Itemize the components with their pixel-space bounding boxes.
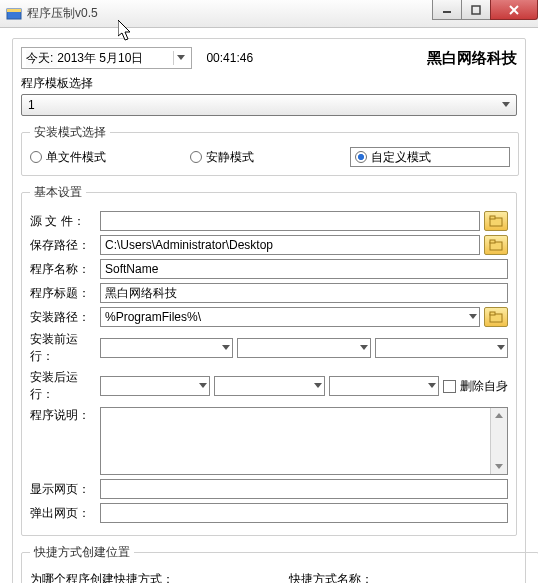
today-label: 今天: bbox=[26, 50, 57, 67]
svg-marker-7 bbox=[502, 102, 510, 107]
before-select-2[interactable] bbox=[237, 338, 370, 358]
scrollbar[interactable] bbox=[490, 408, 507, 474]
svg-marker-12 bbox=[469, 314, 477, 319]
radio-custom[interactable]: 自定义模式 bbox=[350, 147, 510, 167]
name-input[interactable]: SoftName bbox=[100, 259, 508, 279]
show-input[interactable] bbox=[100, 479, 508, 499]
chevron-down-icon bbox=[502, 102, 510, 108]
svg-marker-17 bbox=[497, 345, 505, 350]
svg-rect-11 bbox=[490, 240, 495, 243]
svg-rect-1 bbox=[7, 9, 21, 12]
window-title: 程序压制v0.5 bbox=[27, 5, 98, 22]
chevron-down-icon bbox=[428, 383, 436, 389]
source-input[interactable] bbox=[100, 211, 480, 231]
pop-label: 弹出网页： bbox=[30, 505, 96, 522]
browse-save-button[interactable] bbox=[484, 235, 508, 255]
chevron-down-icon bbox=[497, 345, 505, 351]
before-select-1[interactable] bbox=[100, 338, 233, 358]
chevron-down-icon bbox=[222, 345, 230, 351]
save-label: 保存路径： bbox=[30, 237, 96, 254]
template-label: 程序模板选择 bbox=[21, 75, 517, 92]
after-select-3[interactable] bbox=[329, 376, 439, 396]
path-select[interactable]: %ProgramFiles%\ bbox=[100, 307, 480, 327]
delete-self-label: 删除自身 bbox=[460, 378, 508, 395]
template-value: 1 bbox=[28, 98, 35, 112]
desc-textarea[interactable] bbox=[100, 407, 508, 475]
scroll-down-icon[interactable] bbox=[492, 459, 507, 474]
svg-rect-14 bbox=[490, 312, 495, 315]
after-label: 安装后运行： bbox=[30, 369, 96, 403]
scroll-up-icon[interactable] bbox=[492, 408, 507, 423]
time-value: 00:41:46 bbox=[206, 51, 253, 65]
chevron-down-icon bbox=[469, 314, 477, 320]
title-label: 程序标题： bbox=[30, 285, 96, 302]
shortcut-legend: 快捷方式创建位置 bbox=[30, 544, 134, 561]
source-label: 源 文 件： bbox=[30, 213, 96, 230]
shortcut-group: 快捷方式创建位置 为哪个程序创建快捷方式： 快捷方式名称： SoftName 桌… bbox=[21, 544, 538, 583]
install-mode-legend: 安装模式选择 bbox=[30, 124, 110, 141]
basic-settings-group: 基本设置 源 文 件： 保存路径： C:\Users\Administrator… bbox=[21, 184, 517, 536]
svg-marker-15 bbox=[222, 345, 230, 350]
path-label: 安装路径： bbox=[30, 309, 96, 326]
chevron-down-icon bbox=[360, 345, 368, 351]
browse-source-button[interactable] bbox=[484, 211, 508, 231]
brand-label: 黑白网络科技 bbox=[427, 49, 517, 68]
svg-marker-18 bbox=[199, 383, 207, 388]
svg-marker-19 bbox=[314, 383, 322, 388]
shortcut-for-label: 为哪个程序创建快捷方式： bbox=[30, 571, 271, 583]
dropdown-icon[interactable] bbox=[173, 51, 187, 65]
date-picker[interactable]: 今天: 2013年 5月10日 bbox=[21, 47, 192, 69]
pop-input[interactable] bbox=[100, 503, 508, 523]
shortcut-name-label: 快捷方式名称： bbox=[289, 571, 530, 583]
maximize-button[interactable] bbox=[461, 0, 491, 20]
before-select-3[interactable] bbox=[375, 338, 508, 358]
date-value: 2013年 5月10日 bbox=[57, 50, 143, 67]
svg-rect-9 bbox=[490, 216, 495, 219]
titlebar: 程序压制v0.5 bbox=[0, 0, 538, 28]
cursor-icon bbox=[118, 20, 136, 42]
radio-silent[interactable]: 安静模式 bbox=[190, 147, 350, 167]
desc-label: 程序说明： bbox=[30, 407, 96, 424]
radio-single-file[interactable]: 单文件模式 bbox=[30, 147, 190, 167]
show-label: 显示网页： bbox=[30, 481, 96, 498]
save-input[interactable]: C:\Users\Administrator\Desktop bbox=[100, 235, 480, 255]
svg-marker-22 bbox=[495, 464, 503, 469]
browse-path-button[interactable] bbox=[484, 307, 508, 327]
install-mode-group: 安装模式选择 单文件模式 安静模式 自定义模式 bbox=[21, 124, 519, 176]
svg-marker-6 bbox=[177, 55, 185, 60]
after-select-2[interactable] bbox=[214, 376, 324, 396]
minimize-button[interactable] bbox=[432, 0, 462, 20]
template-dropdown[interactable]: 1 bbox=[21, 94, 517, 116]
svg-rect-3 bbox=[472, 6, 480, 14]
app-icon bbox=[6, 6, 22, 22]
after-select-1[interactable] bbox=[100, 376, 210, 396]
delete-self-checkbox[interactable] bbox=[443, 380, 456, 393]
basic-legend: 基本设置 bbox=[30, 184, 86, 201]
chevron-down-icon bbox=[199, 383, 207, 389]
name-label: 程序名称： bbox=[30, 261, 96, 278]
before-label: 安装前运行： bbox=[30, 331, 96, 365]
title-input[interactable]: 黑白网络科技 bbox=[100, 283, 508, 303]
close-button[interactable] bbox=[490, 0, 538, 20]
chevron-down-icon bbox=[314, 383, 322, 389]
svg-marker-16 bbox=[360, 345, 368, 350]
svg-marker-21 bbox=[495, 413, 503, 418]
svg-marker-20 bbox=[428, 383, 436, 388]
